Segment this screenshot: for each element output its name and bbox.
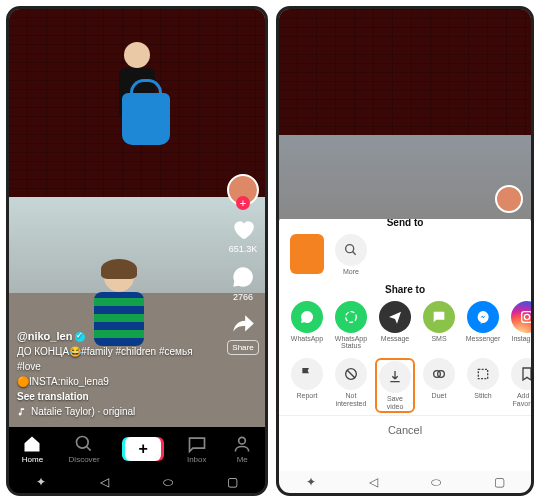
see-translation[interactable]: See translation [17,389,195,404]
nav-me[interactable]: Me [232,434,252,464]
verified-icon [75,332,85,342]
recent-contact[interactable] [287,234,327,276]
share-to-heading: Share to [279,278,531,299]
share-whatsapp-status[interactable]: WhatsApp Status [331,301,371,350]
action-add-favorites[interactable]: Add to Favorites [507,358,531,413]
share-messenger[interactable]: Messenger [463,301,503,350]
comment-button[interactable]: 2766 [230,264,256,302]
action-report[interactable]: Report [287,358,327,413]
action-save-video[interactable]: Save video [375,358,415,413]
like-button[interactable]: 651.3K [229,216,258,254]
svg-point-1 [239,437,246,444]
accessibility-icon[interactable]: ✦ [306,475,316,489]
back-icon[interactable]: ◁ [100,475,109,489]
share-instagram[interactable]: Instagram [507,301,531,350]
accessibility-icon[interactable]: ✦ [36,475,46,489]
share-sheet: Send to More Share to WhatsApp WhatsApp … [279,211,531,471]
recent-icon[interactable]: ▢ [494,475,505,489]
bucket-prop [122,93,170,145]
sound-info[interactable]: Natalie Taylor) · original [17,404,195,419]
video-preview [279,9,531,219]
action-stitch[interactable]: Stitch [463,358,503,413]
author-avatar[interactable] [227,174,259,206]
svg-rect-9 [478,369,487,378]
recent-icon[interactable]: ▢ [227,475,238,489]
action-not-interested[interactable]: Not interested [331,358,371,413]
svg-point-3 [346,311,357,322]
share-message[interactable]: Message [375,301,415,350]
android-nav: ✦ ◁ ⬭ ▢ [279,471,531,493]
nav-discover[interactable]: Discover [69,434,100,464]
caption: ДО КОНЦА😂#family #children #семья #love [17,344,195,374]
nav-inbox[interactable]: Inbox [187,434,207,464]
phone-screen-feed: 651.3K 2766 Share @niko_len ДО КОНЦА😂#fa… [6,6,268,496]
back-icon[interactable]: ◁ [369,475,378,489]
author-avatar[interactable] [495,185,523,213]
username[interactable]: @niko_len [17,328,195,345]
bottom-nav: Home Discover + Inbox Me [9,427,265,471]
cancel-button[interactable]: Cancel [279,415,531,444]
video-player[interactable]: 651.3K 2766 Share @niko_len ДО КОНЦА😂#fa… [9,9,265,427]
nav-create[interactable]: + [125,437,161,461]
share-button[interactable]: Share [227,312,258,355]
home-icon[interactable]: ⬭ [431,475,441,489]
insta-line: 🟠INSTA:niko_lena9 [17,374,195,389]
svg-point-5 [524,314,529,319]
android-nav: ✦ ◁ ⬭ ▢ [9,471,265,493]
home-icon[interactable]: ⬭ [163,475,173,489]
action-duet[interactable]: Duet [419,358,459,413]
nav-home[interactable]: Home [22,434,43,464]
share-whatsapp[interactable]: WhatsApp [287,301,327,350]
share-sms[interactable]: SMS [419,301,459,350]
phone-screen-share-sheet: Send to More Share to WhatsApp WhatsApp … [276,6,534,496]
more-contacts[interactable]: More [331,234,371,276]
svg-point-0 [77,437,89,449]
